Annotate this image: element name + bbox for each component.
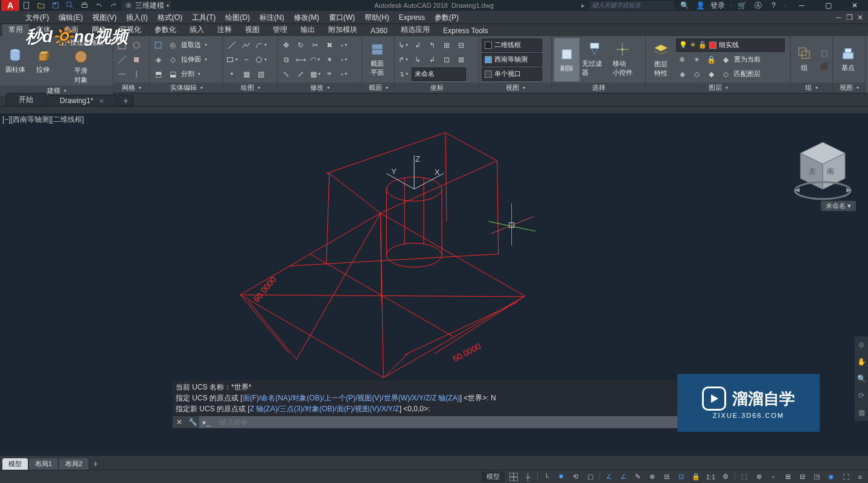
ribbon-tab-view[interactable]: 视图 [239,24,266,36]
nav-pan-icon[interactable]: ✋ [855,356,868,368]
ucs-ico-3[interactable]: ↰ [426,39,438,51]
tab-layout2[interactable]: 布局2 [59,458,88,470]
menu-draw[interactable]: 绘图(D) [220,11,255,24]
layer-ico-4[interactable]: ◆ [720,54,732,66]
presspull-button[interactable]: 按住并拖动 [58,37,103,47]
signin-icon[interactable]: 👤 [695,1,706,10]
status-otrack-icon[interactable]: ∠ [618,472,629,482]
cmdline-config-icon[interactable]: 🔧 [186,418,199,426]
login-label[interactable]: 登录 [710,1,725,11]
qat-new-icon[interactable] [21,1,33,10]
extrude-button[interactable]: 拉伸 [30,39,56,83]
nav-showmotion-icon[interactable]: ▦ [855,406,868,418]
status-annoscale[interactable]: 1:1 [705,472,716,482]
spline-icon[interactable]: ~ [240,54,252,66]
mesh-ico-4[interactable] [130,54,142,66]
search-arrow-icon[interactable]: ▸ [581,1,585,10]
ribbon-tab-annotate[interactable]: 注释 [211,24,238,36]
status-lwt-icon[interactable]: ✎ [633,472,643,482]
set-current-button[interactable]: 置为当前 [734,55,761,64]
status-annomonitor-icon[interactable]: ⊕ [753,472,764,482]
status-units-icon[interactable]: ▫ [768,472,779,482]
menu-help[interactable]: 帮助(H) [360,11,394,24]
ribbon-tab-surface[interactable]: 曲面 [58,24,85,36]
ribbon-tab-mesh[interactable]: 网格 [86,24,112,36]
status-polar-icon[interactable]: ✹ [556,472,567,482]
app-icon[interactable]: Ⓐ [753,1,764,10]
ucs-ico-1[interactable]: ↳ [397,39,409,51]
ucs-ico-4[interactable]: ⊞ [441,39,453,51]
ribbon-tab-addins[interactable]: 附加模块 [322,24,363,36]
status-workspace-icon[interactable]: ⬚ [739,472,750,482]
solidedit-ico-4[interactable]: ◇ [167,54,179,66]
menu-dim[interactable]: 标注(N) [255,11,289,24]
status-iso-icon[interactable]: ◳ [811,472,822,482]
viewport-dropdown[interactable]: 单个视口 [482,68,542,81]
fillet-icon[interactable]: ◠ [309,54,321,66]
line-icon[interactable] [226,39,238,51]
solidedit-ico-1[interactable] [152,39,164,51]
app-logo-icon[interactable]: A [1,0,19,11]
smooth-object-button[interactable]: 平滑 对象 [58,48,103,84]
mod-more-2[interactable]: ▫ [338,54,350,66]
ribbon-tab-solid[interactable]: 实体 [30,24,57,36]
layer-ico-7[interactable]: ◆ [705,68,717,80]
qat-plot-icon[interactable] [78,1,91,10]
visual-style-dropdown[interactable]: 二维线框 [482,39,542,52]
nofilter-button[interactable]: 无过滤器 [582,38,607,81]
layer-dropdown[interactable]: 💡☀🔓细实线 [676,39,785,52]
panel-draw-title[interactable]: 绘图 [223,83,277,93]
mod-more-1[interactable]: ▫ [338,39,350,51]
menu-insert[interactable]: 插入(I) [121,11,152,24]
status-grid-icon[interactable] [508,472,519,482]
status-3dosnap-icon[interactable]: ∠ [604,472,614,482]
tab-close-icon[interactable]: ✕ [99,98,104,104]
ucs-ico-6[interactable]: ↱ [397,54,409,66]
erase-icon[interactable]: ✖ [324,39,336,51]
layer-ico-2[interactable]: ☀ [691,54,703,66]
panel-group-title[interactable]: 组 [791,83,832,93]
trim-icon[interactable]: ✂ [309,39,321,51]
explode-icon[interactable]: ✶ [324,54,336,66]
status-qp-icon[interactable]: ⊞ [782,472,793,482]
mesh-ico-6[interactable] [130,68,142,80]
split-button[interactable]: 分割 [181,69,200,78]
ribbon-tab-visual[interactable]: 可视化 [113,24,147,36]
qat-undo-icon[interactable] [93,1,105,10]
menu-edit[interactable]: 编辑(E) [54,11,88,24]
circle-icon[interactable] [255,54,267,66]
ribbon-tab-output[interactable]: 输出 [295,24,321,36]
qat-saveas-icon[interactable] [64,1,76,10]
ribbon-tab-home[interactable]: 常用 [2,24,29,36]
cmdline-close-icon[interactable]: ✕ [173,418,186,426]
menu-param[interactable]: 参数(P) [430,11,464,24]
nav-wheel-icon[interactable]: ⊚ [855,339,868,351]
qat-open-icon[interactable] [35,1,47,10]
menu-format[interactable]: 格式(O) [153,11,187,24]
doc-minimize-icon[interactable]: ─ [833,13,844,22]
status-model-button[interactable]: 模型 [482,472,505,482]
status-lockui-icon[interactable]: ⊟ [797,472,808,482]
doc-close-icon[interactable]: ✕ [855,13,866,22]
status-dyn-icon[interactable]: ⊡ [676,472,687,482]
move-icon[interactable]: ✥ [280,39,292,51]
layer-ico-5[interactable]: ◈ [676,68,688,80]
ucs-ico-7[interactable]: ↳ [412,54,424,66]
status-snap-icon[interactable]: ┼ [523,472,534,482]
mesh-ico-5[interactable] [116,68,128,80]
tab-model[interactable]: 模型 [2,458,28,470]
mod-more-3[interactable]: ▫ [338,68,350,80]
status-infer-icon[interactable]: ⟲ [570,472,581,482]
extract-edges-button[interactable]: 提取边 [181,40,207,49]
workspace-switcher[interactable]: 三维建模 ▾ [122,1,171,11]
group-button[interactable]: 组 [793,38,815,81]
maximize-button[interactable]: ▢ [817,0,839,11]
menu-modify[interactable]: 修改(M) [289,11,324,24]
nav-zoom-icon[interactable]: 🔍 [855,373,868,385]
layout-add-button[interactable]: + [89,459,101,469]
ucs-ico-5[interactable]: ⊟ [455,39,467,51]
polyline-icon[interactable] [240,39,252,51]
rect-icon[interactable] [226,54,238,66]
ribbon-tab-manage[interactable]: 管理 [267,24,293,36]
solidedit-ico-5[interactable]: ⬒ [152,68,164,80]
